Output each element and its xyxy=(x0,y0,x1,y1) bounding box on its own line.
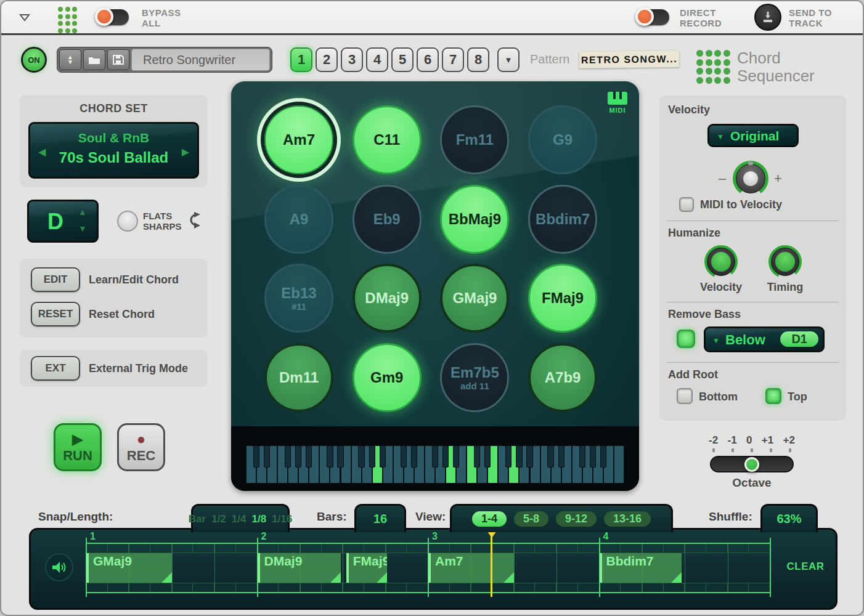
piano-key-black-7[interactable] xyxy=(327,445,333,468)
piano-key-black-31[interactable] xyxy=(579,445,585,468)
chord-pad-fm11[interactable]: Fm11 xyxy=(440,105,509,174)
pattern-button-4[interactable]: 4 xyxy=(366,47,388,72)
chord-pad-em7b5[interactable]: Em7b5add 11 xyxy=(440,343,509,412)
pattern-button-7[interactable]: 7 xyxy=(442,47,464,72)
piano-key-black-10[interactable] xyxy=(358,445,364,468)
snap-option-1-16[interactable]: 1/16 xyxy=(272,513,292,525)
direct-record-toggle[interactable] xyxy=(637,9,669,25)
chord-set-preset[interactable]: 70s Soul Ballad xyxy=(30,149,197,166)
snap-option-1-8[interactable]: 1/8 xyxy=(251,513,266,525)
flats-sharps-button[interactable] xyxy=(117,211,138,232)
timeline-block-dmaj9[interactable]: DMaj9 xyxy=(258,553,341,583)
piano-key-black-32[interactable] xyxy=(590,445,596,468)
piano-key-black-8[interactable] xyxy=(337,445,343,468)
collapse-chevron-icon[interactable] xyxy=(18,12,31,25)
octave-slider-handle[interactable] xyxy=(744,457,759,472)
bars-value[interactable]: 16 xyxy=(373,512,387,526)
chord-pad-gmaj9[interactable]: GMaj9 xyxy=(440,264,509,333)
piano-key-black-4[interactable] xyxy=(295,445,301,468)
ext-button[interactable]: EXT xyxy=(31,356,80,381)
chord-pad-c11[interactable]: C11 xyxy=(353,105,422,174)
piano-key-black-24[interactable] xyxy=(505,445,511,468)
piano-key-black-25[interactable] xyxy=(516,445,522,468)
chord-pad-a7b9[interactable]: A7b9 xyxy=(528,343,597,412)
playhead-line[interactable] xyxy=(491,533,492,597)
pattern-button-3[interactable]: 3 xyxy=(341,47,363,72)
remove-bass-note[interactable]: D1 xyxy=(780,331,818,347)
add-root-top-checkbox[interactable] xyxy=(765,388,781,404)
rec-button[interactable]: ● REC xyxy=(117,423,165,471)
chord-pad-dm11[interactable]: Dm11 xyxy=(264,343,333,412)
chord-pad-am7[interactable]: Am7 xyxy=(264,105,333,174)
timeline-block-fmaj9[interactable]: FMaj9 xyxy=(346,553,388,583)
chord-pad-gm9[interactable]: Gm9 xyxy=(353,343,422,412)
piano-key-black-0[interactable] xyxy=(253,445,259,468)
pattern-dropdown-button[interactable]: ▼ xyxy=(497,47,520,72)
chord-pad-eb13[interactable]: Eb13#11 xyxy=(264,264,333,333)
humanize-velocity-knob[interactable] xyxy=(704,245,738,278)
bypass-all-toggle[interactable] xyxy=(97,9,129,25)
snap-option-bar[interactable]: Bar xyxy=(189,513,206,525)
piano-key-black-3[interactable] xyxy=(285,445,291,468)
chord-set-prev-icon[interactable]: ◀ xyxy=(38,146,46,158)
device-on-button[interactable]: ON xyxy=(21,47,47,73)
timeline-block-gmaj9[interactable]: GMaj9 xyxy=(86,553,172,583)
chord-pad-eb9[interactable]: Eb9 xyxy=(353,185,422,254)
preset-name-field[interactable]: Retro Songwriter xyxy=(131,49,270,71)
edit-button[interactable]: EDIT xyxy=(31,267,80,292)
velocity-knob[interactable] xyxy=(733,161,768,197)
key-down-icon[interactable]: ▼ xyxy=(78,224,87,233)
humanize-timing-knob[interactable] xyxy=(768,245,802,278)
audition-button[interactable] xyxy=(45,553,73,582)
chord-pad-g9[interactable]: G9 xyxy=(528,105,597,174)
piano-key-white-35[interactable] xyxy=(614,445,624,484)
pattern-button-8[interactable]: 8 xyxy=(467,47,489,72)
chord-pad-bbdim7[interactable]: Bbdim7 xyxy=(528,185,597,254)
piano-key-black-21[interactable] xyxy=(474,445,480,468)
piano-key-black-22[interactable] xyxy=(484,445,491,468)
view-range-5-8[interactable]: 5-8 xyxy=(514,511,548,527)
piano-key-black-18[interactable] xyxy=(442,445,449,468)
chord-pad-a9[interactable]: A9 xyxy=(264,185,333,254)
piano-key-black-33[interactable] xyxy=(600,445,606,468)
piano-key-black-17[interactable] xyxy=(432,445,438,468)
add-root-bottom-checkbox[interactable] xyxy=(677,388,693,404)
chord-pad-bbmaj9[interactable]: BbMaj9 xyxy=(440,185,509,254)
chord-pad-fmaj9[interactable]: FMaj9 xyxy=(528,264,597,333)
velocity-mode-dropdown[interactable]: ▼ Original xyxy=(707,124,799,147)
remove-bass-checkbox[interactable] xyxy=(677,330,695,348)
folder-icon[interactable] xyxy=(83,49,105,70)
reset-button[interactable]: RESET xyxy=(31,302,80,326)
remove-bass-dropdown[interactable]: ▼ Below D1 xyxy=(704,326,825,352)
snap-option-1-2[interactable]: 1/2 xyxy=(211,513,226,525)
pattern-button-6[interactable]: 6 xyxy=(417,47,439,72)
piano-key-black-12[interactable] xyxy=(380,445,386,468)
pattern-name-tape[interactable]: RETRO SONGW... xyxy=(579,51,679,68)
piano-key-black-19[interactable] xyxy=(453,445,459,468)
piano-key-black-11[interactable] xyxy=(369,445,375,468)
run-button[interactable]: ▶ RUN xyxy=(54,423,102,471)
preset-spinner-button[interactable]: ▲▼ xyxy=(59,49,81,70)
save-icon[interactable] xyxy=(107,49,129,70)
pattern-button-1[interactable]: 1 xyxy=(290,47,312,72)
piano-key-black-29[interactable] xyxy=(558,445,564,468)
piano-key-black-5[interactable] xyxy=(306,445,312,468)
octave-slider[interactable] xyxy=(710,456,794,472)
piano-key-black-28[interactable] xyxy=(547,445,553,468)
shuffle-value[interactable]: 63% xyxy=(776,512,801,526)
pattern-button-5[interactable]: 5 xyxy=(391,47,414,72)
piano-key-black-15[interactable] xyxy=(411,445,417,468)
snap-option-1-4[interactable]: 1/4 xyxy=(232,513,247,525)
midi-to-velocity-checkbox[interactable] xyxy=(679,197,694,212)
chord-pad-dmaj9[interactable]: DMaj9 xyxy=(353,264,422,333)
piano-key-black-14[interactable] xyxy=(401,445,407,468)
view-range-13-16[interactable]: 13-16 xyxy=(604,511,651,527)
clear-button[interactable]: CLEAR xyxy=(773,561,838,573)
piano-key-black-26[interactable] xyxy=(526,445,532,468)
send-to-track-button[interactable] xyxy=(754,4,781,31)
key-up-icon[interactable]: ▲ xyxy=(78,207,87,217)
timeline-block-am7[interactable]: Am7 xyxy=(428,553,514,583)
timeline-block-bbdim7[interactable]: Bbdim7 xyxy=(600,553,682,583)
piano-key-black-1[interactable] xyxy=(264,445,270,468)
view-range-9-12[interactable]: 9-12 xyxy=(556,511,597,527)
